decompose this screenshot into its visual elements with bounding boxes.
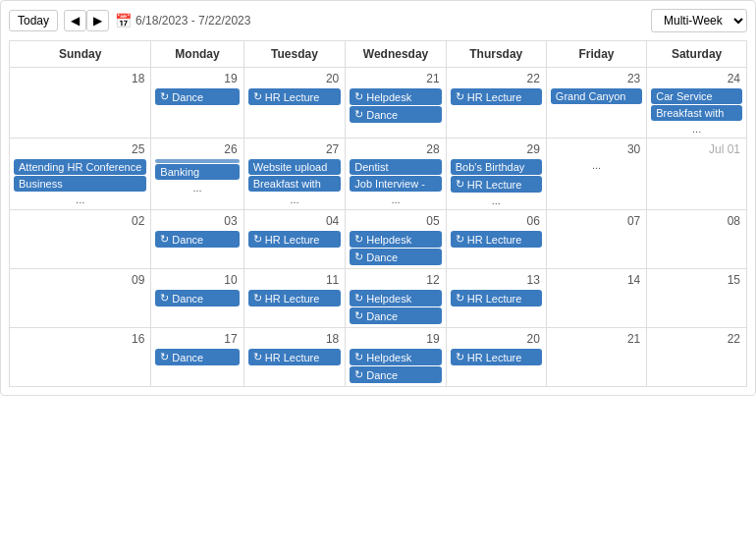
week-row: 09 10 Dance 11 HR Lecture 12 Helpdesk Da… bbox=[10, 269, 747, 328]
event-attending-hr[interactable]: Attending HR Conference bbox=[14, 159, 146, 175]
day-number: 19 bbox=[348, 330, 443, 348]
refresh-icon bbox=[354, 292, 363, 305]
more-dots[interactable]: ... bbox=[549, 158, 644, 172]
event-hr-lecture[interactable]: HR Lecture bbox=[451, 349, 542, 365]
refresh-icon bbox=[456, 233, 464, 246]
calendar-icon: 📅 bbox=[115, 13, 132, 28]
day-number: 16 bbox=[12, 330, 148, 348]
event-dance[interactable]: Dance bbox=[155, 88, 239, 105]
day-cell: 20 HR Lecture bbox=[243, 68, 346, 139]
event-hr-lecture[interactable]: HR Lecture bbox=[451, 88, 542, 105]
event-helpdesk[interactable]: Helpdesk bbox=[350, 290, 441, 306]
more-dots[interactable]: ... bbox=[12, 193, 148, 206]
event-helpdesk[interactable]: Helpdesk bbox=[350, 88, 441, 105]
day-cell: 15 bbox=[647, 269, 747, 328]
event-dance[interactable]: Dance bbox=[350, 307, 441, 324]
day-cell: Jul 01 bbox=[647, 139, 747, 210]
event-grand-canyon[interactable]: Grand Canyon bbox=[551, 88, 642, 104]
event-hr-lecture[interactable]: HR Lecture bbox=[248, 88, 342, 105]
event-business[interactable]: Business bbox=[14, 176, 146, 192]
week-row: 02 03 Dance 04 HR Lecture 05 Helpdesk Da… bbox=[10, 210, 747, 269]
day-cell: 28 Dentist Job Interview - ... bbox=[346, 139, 446, 210]
day-number: 22 bbox=[649, 330, 744, 348]
day-number: 13 bbox=[449, 271, 544, 289]
nav-group: ◀ ▶ bbox=[64, 10, 109, 31]
event-job-interview[interactable]: Job Interview - bbox=[350, 176, 441, 192]
day-cell: 19 Helpdesk Dance bbox=[346, 328, 446, 387]
day-number: 03 bbox=[153, 212, 241, 230]
day-number: 10 bbox=[153, 271, 241, 289]
col-friday: Friday bbox=[546, 41, 646, 68]
event-hr-lecture[interactable]: HR Lecture bbox=[248, 290, 342, 306]
day-cell: 10 Dance bbox=[151, 269, 243, 328]
day-number: 27 bbox=[246, 140, 344, 158]
day-cell: 29 Bob's Birthday HR Lecture ... bbox=[446, 139, 546, 210]
refresh-icon bbox=[160, 233, 169, 246]
header-row: Sunday Monday Tuesday Wednesday Thursday… bbox=[10, 41, 747, 68]
more-dots[interactable]: ... bbox=[449, 194, 544, 207]
event-bobs-birthday[interactable]: Bob's Birthday bbox=[451, 159, 542, 175]
event-website-upload[interactable]: Website upload bbox=[248, 159, 342, 175]
day-cell: 09 bbox=[10, 269, 151, 328]
date-range-text: 6/18/2023 - 7/22/2023 bbox=[135, 14, 250, 28]
day-cell: 24 Car Service Breakfast with ... bbox=[647, 68, 747, 139]
event-dance[interactable]: Dance bbox=[350, 366, 441, 383]
more-dots[interactable]: ... bbox=[246, 193, 344, 206]
event-breakfast[interactable]: Breakfast with bbox=[651, 105, 742, 121]
day-number: 05 bbox=[348, 212, 443, 230]
next-button[interactable]: ▶ bbox=[86, 10, 109, 31]
event-dance[interactable]: Dance bbox=[155, 349, 239, 365]
col-sunday: Sunday bbox=[10, 41, 151, 68]
refresh-icon bbox=[456, 90, 464, 103]
event-attending-hr-cont[interactable] bbox=[155, 159, 239, 163]
day-number: Jul 01 bbox=[649, 140, 744, 158]
day-number: 08 bbox=[649, 212, 744, 230]
view-select[interactable]: Multi-Week Week Month bbox=[651, 9, 747, 32]
event-hr-lecture[interactable]: HR Lecture bbox=[451, 231, 542, 248]
event-hr-lecture[interactable]: HR Lecture bbox=[248, 231, 342, 248]
day-cell: 12 Helpdesk Dance bbox=[346, 269, 446, 328]
day-cell: 18 HR Lecture bbox=[243, 328, 346, 387]
day-cell: 06 HR Lecture bbox=[446, 210, 546, 269]
toolbar: Today ◀ ▶ 📅 6/18/2023 - 7/22/2023 Multi-… bbox=[9, 9, 747, 32]
prev-button[interactable]: ◀ bbox=[64, 10, 86, 31]
day-cell: 04 HR Lecture bbox=[243, 210, 346, 269]
day-number: 25 bbox=[12, 140, 148, 158]
day-number: 28 bbox=[348, 140, 443, 158]
today-button[interactable]: Today bbox=[9, 10, 58, 31]
event-hr-lecture[interactable]: HR Lecture bbox=[248, 349, 342, 365]
event-helpdesk[interactable]: Helpdesk bbox=[350, 349, 441, 365]
day-cell: 18 bbox=[10, 68, 151, 139]
col-saturday: Saturday bbox=[647, 41, 747, 68]
day-number: 20 bbox=[449, 330, 544, 348]
event-dance[interactable]: Dance bbox=[155, 290, 239, 306]
day-number: 15 bbox=[649, 271, 744, 289]
day-cell: 11 HR Lecture bbox=[243, 269, 346, 328]
event-dance[interactable]: Dance bbox=[155, 231, 239, 248]
day-number: 29 bbox=[449, 140, 544, 158]
day-cell: 27 Website upload Breakfast with ... bbox=[243, 139, 346, 210]
calendar-grid: Sunday Monday Tuesday Wednesday Thursday… bbox=[9, 40, 747, 387]
day-cell: 16 bbox=[10, 328, 151, 387]
event-helpdesk[interactable]: Helpdesk bbox=[350, 231, 441, 248]
day-cell: 23 Grand Canyon bbox=[546, 68, 646, 139]
event-dentist[interactable]: Dentist bbox=[350, 159, 441, 175]
event-dance[interactable]: Dance bbox=[350, 249, 441, 265]
more-dots[interactable]: ... bbox=[348, 193, 443, 206]
day-number: 22 bbox=[449, 70, 544, 87]
day-number: 20 bbox=[246, 70, 344, 87]
event-dance[interactable]: Dance bbox=[350, 106, 441, 123]
day-number: 24 bbox=[649, 70, 744, 87]
event-banking[interactable]: Banking bbox=[155, 164, 239, 180]
event-hr-lecture[interactable]: HR Lecture bbox=[451, 176, 542, 193]
refresh-icon bbox=[354, 108, 363, 121]
event-hr-lecture[interactable]: HR Lecture bbox=[451, 290, 542, 306]
refresh-icon bbox=[354, 251, 363, 263]
day-cell: 22 bbox=[647, 328, 747, 387]
event-car-service[interactable]: Car Service bbox=[651, 88, 742, 104]
refresh-icon bbox=[160, 292, 169, 305]
more-dots[interactable]: ... bbox=[153, 181, 241, 195]
event-breakfast-with[interactable]: Breakfast with bbox=[248, 176, 342, 192]
day-number: 21 bbox=[549, 330, 644, 348]
more-dots[interactable]: ... bbox=[649, 122, 744, 136]
